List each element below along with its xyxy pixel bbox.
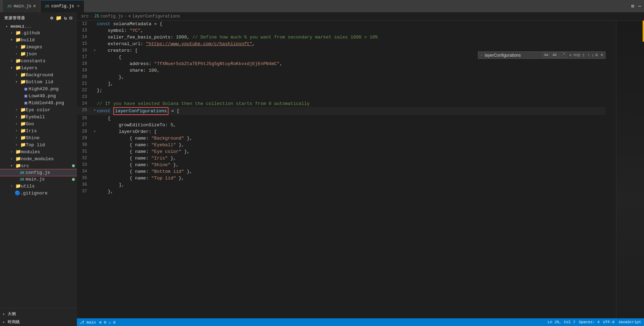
sidebar-item-constants[interactable]: 📁 constants — [0, 57, 77, 64]
folder-icon: 📁 — [20, 72, 26, 78]
modified-indicator — [72, 178, 75, 181]
sidebar-item-utils[interactable]: 📁 utils — [0, 183, 77, 190]
sidebar-item-high20[interactable]: ▣ High#20.png — [0, 85, 77, 92]
breadcrumb-src[interactable]: src — [81, 14, 89, 19]
breadcrumb-layer-config[interactable]: layerConfigurations — [132, 14, 180, 19]
tab-config-js[interactable]: JS config.js × — [41, 0, 84, 12]
sidebar-item-json[interactable]: 📁 json — [0, 50, 77, 57]
search-close-button[interactable]: × — [601, 53, 603, 58]
line-content: external_url: "https://www.youtube.com/c… — [97, 41, 606, 47]
sidebar-item-label: .gitignore — [20, 191, 48, 196]
chevron-icon — [15, 115, 19, 119]
sidebar-item-main-js[interactable]: JS main.js — [0, 176, 77, 183]
img-icon: ▣ — [24, 86, 27, 92]
editor-container: › Aa ab .* 4 中的 1 ↑ ↓ ≡ × 12 — [77, 21, 644, 318]
code-line: 37 }, — [77, 188, 606, 195]
sidebar-item-layers[interactable]: 📁 layers — [0, 64, 77, 71]
sidebar-item-config-js[interactable]: JS config.js — [0, 169, 77, 176]
sidebar-item-build[interactable]: 📁 build — [0, 36, 77, 43]
fold-arrow[interactable]: ▾ — [93, 47, 97, 54]
new-file-icon[interactable]: ⊕ — [50, 15, 53, 21]
status-branch[interactable]: ⎇ main — [80, 320, 96, 325]
sidebar-item-label: Bottom lid — [26, 79, 53, 85]
workspace-root[interactable]: HASHLI... — [0, 24, 77, 29]
status-encoding[interactable]: UTF-8 — [603, 320, 615, 324]
sidebar-item-top-lid[interactable]: 📁 Top lid — [0, 141, 77, 148]
match-word-button[interactable]: ab — [551, 52, 558, 58]
search-input[interactable] — [485, 53, 541, 58]
sidebar-item-src[interactable]: 📁 src — [0, 162, 77, 169]
sidebar-item-label: Top lid — [26, 142, 45, 148]
line-content: }; — [97, 87, 606, 94]
tab-config-js-close[interactable]: × — [77, 3, 80, 9]
chevron-icon — [15, 129, 19, 133]
sidebar-item-label: Eye color — [26, 107, 50, 113]
minimap[interactable] — [616, 21, 644, 318]
sidebar-item-goo[interactable]: 📁 Goo — [0, 120, 77, 127]
collapse-icon[interactable]: ⊟ — [70, 15, 73, 21]
search-options: Aa ab .* 4 中的 1 ↑ ↓ ≡ × — [543, 52, 603, 58]
outline-title[interactable]: ▸ 大纲 — [0, 310, 77, 318]
status-language[interactable]: JavaScript — [618, 320, 641, 324]
breadcrumb-config[interactable]: config.js — [100, 14, 123, 19]
sidebar-item-middle40[interactable]: ▣ Middle#40.png — [0, 99, 77, 106]
sidebar-item-iris[interactable]: 📁 Iris — [0, 127, 77, 134]
tab-bar: JS main.js M JS config.js × — [3, 0, 84, 12]
folder-icon: 📁 — [20, 142, 26, 148]
line-content: }, — [97, 74, 606, 80]
code-editor[interactable]: › Aa ab .* 4 中的 1 ↑ ↓ ≡ × 12 — [77, 21, 616, 318]
line-number: 31 — [77, 148, 93, 155]
line-content: { name: "Eyeball" }, — [97, 142, 606, 148]
search-count: 4 中的 1 — [569, 53, 585, 58]
folder-icon: 📁 — [20, 79, 26, 85]
chevron-icon — [15, 80, 19, 84]
sidebar-item-bottom-lid[interactable]: 📁 Bottom lid — [0, 78, 77, 85]
tab-main-js[interactable]: JS main.js M — [3, 0, 40, 12]
sidebar-item-background[interactable]: 📁 Background — [0, 71, 77, 78]
match-case-button[interactable]: Aa — [543, 52, 550, 58]
sidebar-item-eye-color[interactable]: 📁 Eye color — [0, 106, 77, 113]
sidebar-item-low40[interactable]: ▣ Low#40.png — [0, 92, 77, 99]
status-errors[interactable]: ⊗ 0 ⚠ 0 — [99, 320, 115, 325]
code-line: 33 { name: "Shine" }, — [77, 162, 606, 168]
search-more-options-icon[interactable]: ≡ — [595, 53, 598, 58]
sidebar-item-node-modules[interactable]: 📁 node_modules — [0, 155, 77, 162]
sidebar-item-label: Background — [26, 72, 53, 78]
sidebar-item-label: node_modules — [21, 156, 54, 162]
line-content: share: 100, — [97, 67, 606, 74]
sidebar-item-label: json — [26, 51, 37, 57]
fold-arrow[interactable]: ▾ — [93, 128, 97, 135]
folder-icon: 📁 — [15, 58, 21, 64]
sidebar-item-modules[interactable]: 📁 modules — [0, 148, 77, 155]
chevron-icon — [15, 52, 19, 56]
regex-button[interactable]: .* — [559, 52, 566, 58]
code-line: 34 { name: "Bottom lid" }, — [77, 168, 606, 175]
sidebar-item-github[interactable]: 📁 .github — [0, 29, 77, 36]
refresh-icon[interactable]: ↻ — [64, 15, 67, 21]
code-line: 28 ▾ layersOrder: [ — [77, 128, 606, 135]
code-line: 24 // If you have selected Solana then t… — [77, 100, 606, 107]
fold-arrow[interactable]: ▾ — [93, 107, 97, 114]
line-number: 24 — [77, 100, 93, 107]
search-next-button[interactable]: ↓ — [591, 53, 594, 58]
sidebar-item-gitignore[interactable]: 🔵 .gitignore — [0, 190, 77, 197]
sidebar-item-label: modules — [21, 149, 40, 155]
sidebar-item-label: .github — [21, 30, 40, 36]
search-prev-button[interactable]: ↑ — [587, 53, 590, 58]
split-editor-icon[interactable]: ⊞ — [631, 3, 634, 9]
timeline-title[interactable]: ▸ 时间线 — [0, 318, 77, 326]
code-line-25: 25 ▾ const layerConfigurations = [ — [77, 107, 606, 115]
sidebar-item-shine[interactable]: 📁 Shine — [0, 134, 77, 141]
sidebar-item-label: utils — [21, 184, 35, 189]
new-folder-icon[interactable]: 📁 — [56, 15, 62, 21]
status-spaces[interactable]: Spaces: 4 — [579, 320, 600, 324]
code-line: 35 { name: "Top lid" }, — [77, 175, 606, 182]
status-position[interactable]: Ln 25, Col 7 — [548, 320, 575, 324]
line-content: { name: "Bottom lid" }, — [97, 168, 606, 175]
sidebar-item-images[interactable]: 📁 images — [0, 43, 77, 50]
search-expand-icon[interactable]: › — [480, 53, 483, 57]
sidebar-item-eyeball[interactable]: 📁 Eyeball — [0, 113, 77, 120]
chevron-icon — [15, 45, 19, 49]
img-icon: ▣ — [24, 100, 27, 106]
more-actions-icon[interactable]: ⋯ — [638, 3, 641, 9]
